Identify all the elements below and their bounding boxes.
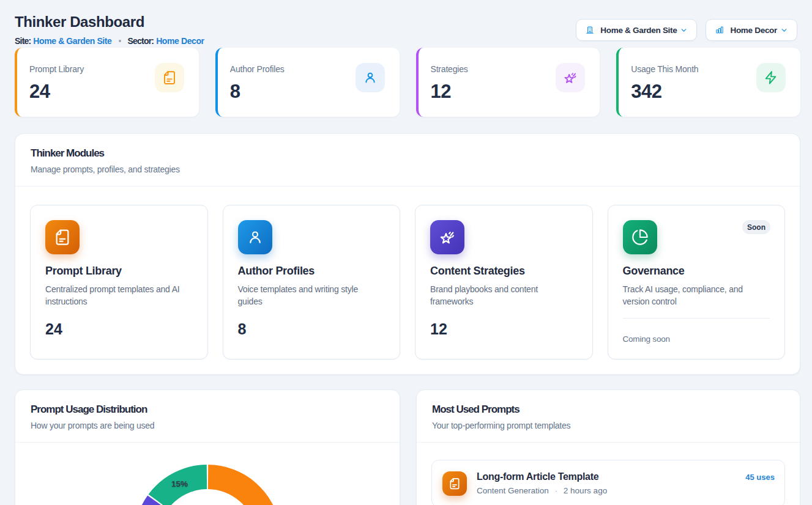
zap-icon [764, 70, 778, 85]
prompt-title: Long-form Article Template [477, 471, 745, 483]
separator-dot: · [119, 40, 121, 42]
donut-slice-label: 15% [171, 479, 188, 488]
shooting-star-icon [563, 70, 578, 85]
site-selector[interactable]: Home & Garden Site [576, 19, 697, 41]
module-card-content-strategies[interactable]: Content Strategies Brand playbooks and c… [415, 205, 593, 359]
modules-header: Thinker Modules Manage prompts, profiles… [15, 134, 800, 186]
stat-card-usage-this-month: Usage This Month 342 [616, 48, 800, 117]
chevron-down-icon [780, 26, 788, 34]
stat-label: Prompt Library [29, 63, 84, 75]
user-icon [247, 229, 264, 246]
header-left: Thinker Dashboard Site: Home & Garden Si… [15, 12, 204, 48]
module-icon-tile [430, 220, 464, 254]
modules-title: Thinker Modules [31, 146, 785, 161]
module-description: Brand playbooks and content frameworks [430, 283, 572, 308]
stat-label: Strategies [431, 63, 468, 75]
dashboard-page: Thinker Dashboard Site: Home & Garden Si… [0, 0, 812, 505]
stats-row: Prompt Library 24 Author Profiles 8 Stra… [15, 48, 800, 117]
stat-info: Strategies 12 [431, 63, 468, 102]
prompt-list-item[interactable]: Long-form Article Template Content Gener… [431, 460, 785, 505]
document-icon [162, 70, 177, 85]
module-count: 12 [430, 319, 578, 339]
module-icon-tile [238, 220, 272, 254]
document-icon [54, 229, 71, 246]
soon-badge: Soon [742, 220, 770, 234]
sector-link[interactable]: Home Decor [156, 34, 204, 48]
module-count: 24 [45, 319, 193, 339]
bottom-row: Prompt Usage Distribution How your promp… [15, 389, 800, 505]
modules-grid: Prompt Library Centralized prompt templa… [15, 186, 800, 374]
prompt-time: 2 hours ago [564, 485, 607, 496]
prompts-list: Long-form Article Template Content Gener… [417, 443, 800, 505]
page-header: Thinker Dashboard Site: Home & Garden Si… [15, 12, 800, 48]
stat-card-strategies: Strategies 12 [416, 48, 600, 117]
stat-value: 342 [631, 81, 698, 102]
stat-value: 12 [431, 81, 468, 102]
stat-icon-box [756, 63, 786, 92]
separator-dot: · [555, 485, 557, 496]
prompt-uses-count: 45 uses [745, 473, 775, 482]
stat-value: 8 [230, 81, 285, 102]
bar-chart-icon [715, 26, 724, 34]
building-icon [586, 26, 594, 34]
site-link[interactable]: Home & Garden Site [33, 34, 111, 48]
module-description: Track AI usage, compliance, and version … [623, 283, 765, 308]
sector-label: Sector: [128, 34, 154, 48]
donut-slice-slice-orange [208, 465, 281, 505]
most-used-prompts-card: Most Used Prompts Your top-performing pr… [416, 389, 800, 505]
sector-selector[interactable]: Home Decor [706, 19, 797, 41]
module-icon-tile [623, 220, 657, 254]
module-title: Author Profiles [238, 263, 386, 279]
stat-info: Usage This Month 342 [631, 63, 698, 102]
stat-label: Author Profiles [230, 63, 285, 75]
stat-info: Prompt Library 24 [29, 63, 84, 102]
pie-chart-icon [631, 229, 649, 246]
module-title: Governance [623, 263, 770, 279]
module-icon-tile [45, 220, 80, 254]
user-icon [363, 70, 378, 85]
module-card-author-profiles[interactable]: Author Profiles Voice templates and writ… [223, 205, 401, 359]
shooting-star-icon [439, 229, 456, 246]
usage-card-header: Prompt Usage Distribution How your promp… [15, 390, 400, 442]
sector-selector-label: Home Decor [730, 26, 777, 35]
module-title: Prompt Library [45, 263, 193, 279]
module-description: Voice templates and writing style guides [238, 283, 380, 308]
site-selector-label: Home & Garden Site [600, 26, 677, 35]
modules-subtitle: Manage prompts, profiles, and strategies [31, 163, 785, 175]
divider [623, 318, 770, 319]
page-title: Thinker Dashboard [15, 12, 204, 32]
stat-icon-box [356, 63, 385, 92]
header-controls: Home & Garden Site Home Decor [576, 19, 797, 41]
breadcrumb: Site: Home & Garden Site · Sector: Home … [15, 34, 204, 48]
modules-panel: Thinker Modules Manage prompts, profiles… [15, 133, 800, 375]
usage-distribution-card: Prompt Usage Distribution How your promp… [15, 389, 400, 505]
stat-icon-box [556, 63, 585, 92]
stat-card-author-profiles: Author Profiles 8 [215, 48, 400, 117]
prompt-icon-tile [442, 471, 467, 496]
document-icon [449, 477, 461, 490]
donut-chart: 15% [15, 443, 400, 505]
module-description: Centralized prompt templates and AI inst… [45, 283, 187, 308]
usage-card-title: Prompt Usage Distribution [31, 402, 385, 417]
prompts-card-title: Most Used Prompts [432, 402, 785, 417]
module-count: 8 [238, 319, 386, 339]
chevron-down-icon [680, 26, 688, 34]
stat-value: 24 [29, 81, 84, 102]
prompts-card-header: Most Used Prompts Your top-performing pr… [417, 390, 800, 442]
site-label: Site: [15, 34, 31, 48]
module-card-prompt-library[interactable]: Prompt Library Centralized prompt templa… [30, 205, 208, 359]
coming-soon-text: Coming soon [623, 333, 770, 345]
stat-label: Usage This Month [631, 63, 698, 75]
prompt-category: Content Generation [477, 485, 549, 496]
module-card-governance[interactable]: Governance Track AI usage, compliance, a… [608, 205, 786, 359]
module-title: Content Strategies [430, 263, 578, 279]
prompt-meta: Content Generation · 2 hours ago [477, 485, 745, 496]
donut-chart-svg [128, 459, 287, 505]
stat-card-prompt-library: Prompt Library 24 [15, 48, 199, 117]
usage-card-subtitle: How your prompts are being used [31, 419, 385, 432]
stat-icon-box [155, 63, 184, 92]
prompt-text: Long-form Article Template Content Gener… [477, 471, 745, 496]
stat-info: Author Profiles 8 [230, 63, 285, 102]
prompts-card-subtitle: Your top-performing prompt templates [432, 419, 785, 432]
